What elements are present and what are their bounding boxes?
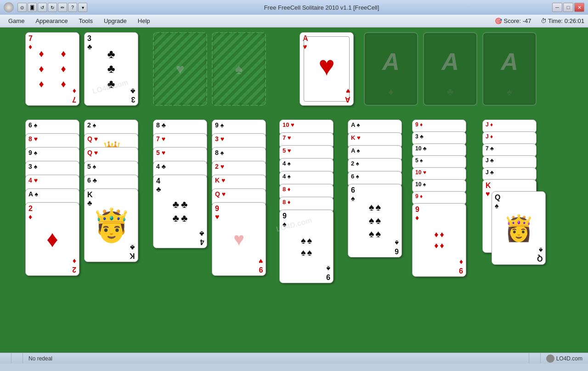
titlebar: ⊙ 🂠 ↺ ↻ ✏ ? ▾ Free FreeCell Solitaire 20… [0,0,588,15]
col3-card5[interactable]: 4♣ ♣♣ ♣♣ 4♣ [153,175,207,248]
f4-suit: ♠ [507,86,512,98]
f4-a: A [501,48,518,75]
col4-card7[interactable]: 9♥ ♥ 9♥ [212,202,266,276]
col1-card7[interactable]: 2♦ ♦ 2♦ [25,202,79,276]
score-display: 🎯 Score: -47 [495,17,531,24]
tb-icon-4[interactable]: ↻ [48,3,57,12]
menu-appearance[interactable]: Appearance [31,16,72,26]
f1-label-br: A♥ [345,87,351,103]
app-icon [4,2,14,12]
close-button[interactable]: ✕ [574,3,584,12]
tb-icon-5[interactable]: ✏ [58,3,67,12]
tb-icon-6[interactable]: ? [68,3,77,12]
status-seg2 [11,353,23,364]
f2-a: A [382,48,400,75]
col8-queen-spades[interactable]: Q♠ 👸 Q♠ [492,191,546,265]
col2-card6[interactable]: K♣ 🤴 K♣ [84,188,138,262]
menubar: Game Appearance Tools Upgrade Help 🎯 Sco… [0,15,588,28]
foundation-2-placeholder[interactable]: A ♦ [364,32,418,106]
freecell-3-placeholder[interactable]: ♥ [153,32,207,106]
time-label: Time: [548,17,563,24]
col7-card8[interactable]: 9♦ ♦♦♦♦ 9♦ [412,203,466,277]
minimize-button[interactable]: ─ [552,3,562,12]
menu-tools[interactable]: Tools [74,16,97,26]
window-controls: ─ □ ✕ [552,3,584,12]
status-seg1 [0,353,11,364]
tb-icon-2[interactable]: 🂠 [28,3,37,12]
foundation-3-placeholder[interactable]: A ♣ [423,32,477,106]
tb-icon-3[interactable]: ↺ [38,3,47,12]
f2-suit: ♦ [388,86,393,98]
menu-upgrade[interactable]: Upgrade [99,16,131,26]
freecell-1[interactable]: 7♦ ♦ ♦ ♦ ♦ ♦ ♦ 7♦ [25,32,79,106]
menu-game[interactable]: Game [4,16,29,26]
status-message: No redeal [23,353,529,364]
col6-card6[interactable]: 6♠ ♠♠♠♠♠♠ 6♠ [348,184,402,257]
statusbar: No redeal LO4D.com [0,353,588,364]
foundation-1[interactable]: A♥ ♥ A♥ [300,32,354,106]
f3-suit: ♣ [447,86,453,98]
toolbar-icons: ⊙ 🂠 ↺ ↻ ✏ ? ▾ [17,3,87,12]
status-seg3 [529,353,541,364]
tb-icon-7[interactable]: ▾ [78,3,87,12]
time-icon: ⏱ [541,17,548,24]
logo-icon [546,354,554,363]
logo-text: LO4D.com [556,355,582,362]
fc2-label-br: 3♣ [130,87,136,103]
col5-card8[interactable]: 9♠ ♠♠♠♠ 9♠ [279,210,334,283]
freecell-4-placeholder[interactable]: ♠ [212,32,266,106]
f3-a: A [441,48,459,75]
maximize-button[interactable]: □ [563,3,573,12]
hud-info: 🎯 Score: -47 ⏱ Time: 0:26:01 [495,17,584,24]
score-icon: 🎯 [495,17,504,24]
window-title: Free FreeCell Solitaire 2010 v1.1 [FreeC… [91,4,552,11]
fc1-label-br: 7♦ [72,87,76,103]
tb-icon-1[interactable]: ⊙ [17,3,27,12]
game-area: LO4D.com LO4D.com 7♦ ♦ ♦ ♦ ♦ ♦ ♦ 7♦ 3♣ ♣… [0,28,588,353]
freecell-2[interactable]: 3♣ ♣ ♣ ♣ 3♣ [84,32,138,106]
time-display: ⏱ Time: 0:26:01 [541,17,584,24]
menu-help[interactable]: Help [133,16,155,26]
score-value: -47 [523,17,531,24]
score-label: Score: [504,17,521,24]
foundation-4-placeholder[interactable]: A ♠ [482,32,537,106]
status-logo: LO4D.com [541,354,588,363]
time-value: 0:26:01 [565,17,584,24]
